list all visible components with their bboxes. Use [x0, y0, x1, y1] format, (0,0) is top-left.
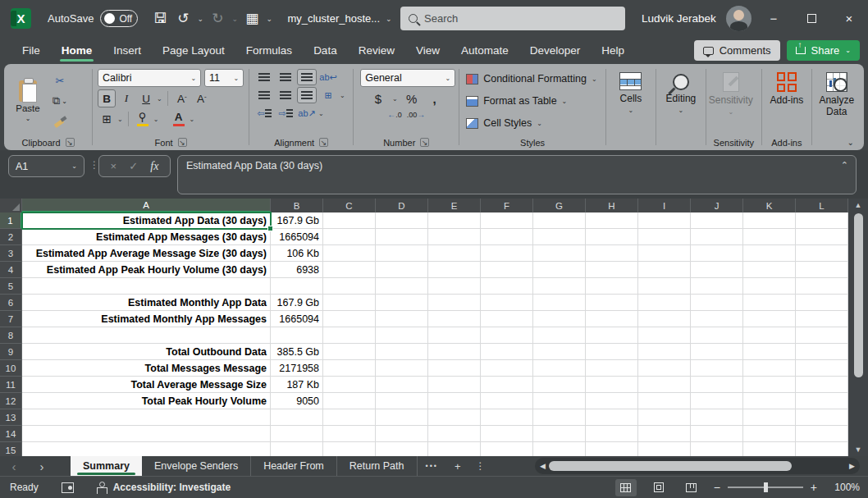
- cell-a1[interactable]: Estimated App Data (30 days): [22, 212, 271, 229]
- row-header-7[interactable]: 7: [0, 311, 22, 327]
- cell-b2[interactable]: 1665094: [271, 229, 323, 245]
- cell-c14[interactable]: [323, 426, 376, 442]
- cell-e1[interactable]: [428, 212, 481, 229]
- cell-c3[interactable]: [323, 245, 376, 262]
- cell-c12[interactable]: [323, 393, 376, 409]
- cell-l6[interactable]: [796, 295, 848, 311]
- next-sheet-icon[interactable]: ›: [28, 459, 56, 473]
- cell-b9[interactable]: 385.5 Gb: [271, 344, 323, 360]
- percent-style-button[interactable]: %: [403, 89, 421, 107]
- cell-i1[interactable]: [638, 212, 691, 229]
- cell-h3[interactable]: [586, 245, 638, 262]
- cell-h11[interactable]: [586, 377, 638, 393]
- undo-dropdown-icon[interactable]: ⌄: [195, 7, 205, 30]
- search-input[interactable]: [424, 12, 588, 25]
- more-sheets-icon[interactable]: •••: [418, 462, 446, 470]
- font-size-select[interactable]: 11⌄: [204, 69, 244, 87]
- zoom-slider[interactable]: [728, 487, 803, 488]
- editing-button[interactable]: Editing ⌄: [658, 67, 704, 114]
- cell-k5[interactable]: [743, 278, 796, 295]
- cell-e12[interactable]: [428, 393, 481, 409]
- cells-button[interactable]: Cells ⌄: [608, 67, 654, 114]
- insert-function-icon[interactable]: fx: [150, 160, 158, 173]
- cell-e11[interactable]: [428, 377, 481, 393]
- name-box[interactable]: A1 ⌄: [8, 155, 85, 177]
- cell-d8[interactable]: [376, 327, 428, 344]
- cell-b4[interactable]: 6938: [271, 262, 323, 278]
- cell-e5[interactable]: [428, 278, 481, 295]
- cell-g10[interactable]: [533, 360, 586, 377]
- fill-color-button[interactable]: ⚲: [134, 110, 152, 128]
- ribbon-tab-help[interactable]: Help: [591, 37, 635, 64]
- cell-c5[interactable]: [323, 278, 376, 295]
- ribbon-tab-formulas[interactable]: Formulas: [235, 37, 303, 64]
- cell-b8[interactable]: [271, 327, 323, 344]
- cell-k6[interactable]: [743, 295, 796, 311]
- ribbon-tab-page-layout[interactable]: Page Layout: [152, 37, 235, 64]
- row-header-4[interactable]: 4: [0, 262, 22, 278]
- cell-k13[interactable]: [743, 409, 796, 426]
- cell-a6[interactable]: Estimated Monthly App Data: [22, 295, 271, 311]
- column-header-j[interactable]: J: [691, 199, 743, 212]
- format-painter-icon[interactable]: [50, 112, 70, 130]
- column-header-g[interactable]: G: [533, 199, 586, 212]
- cell-d10[interactable]: [376, 360, 428, 377]
- cell-l7[interactable]: [796, 311, 848, 327]
- align-right-button[interactable]: [297, 87, 317, 103]
- cell-k8[interactable]: [743, 327, 796, 344]
- cell-h7[interactable]: [586, 311, 638, 327]
- cell-j2[interactable]: [691, 229, 743, 245]
- cell-j12[interactable]: [691, 393, 743, 409]
- cell-a10[interactable]: Total Messages Message: [22, 360, 271, 377]
- column-header-i[interactable]: I: [638, 199, 691, 212]
- cell-a14[interactable]: [22, 426, 271, 442]
- cell-f14[interactable]: [481, 426, 533, 442]
- cell-a12[interactable]: Total Peak Hourly Volume: [22, 393, 271, 409]
- cell-h2[interactable]: [586, 229, 638, 245]
- font-name-select[interactable]: Calibri⌄: [98, 69, 201, 87]
- analyze-data-button[interactable]: Analyze Data: [814, 67, 860, 117]
- cell-d11[interactable]: [376, 377, 428, 393]
- cell-h6[interactable]: [586, 295, 638, 311]
- cell-e8[interactable]: [428, 327, 481, 344]
- zoom-slider-thumb[interactable]: [764, 482, 768, 492]
- cell-c13[interactable]: [323, 409, 376, 426]
- cell-i2[interactable]: [638, 229, 691, 245]
- cell-a7[interactable]: Estimated Monthly App Messages: [22, 311, 271, 327]
- normal-view-button[interactable]: [615, 479, 637, 496]
- cell-d6[interactable]: [376, 295, 428, 311]
- increase-font-size-button[interactable]: Aˆ: [173, 89, 191, 107]
- row-header-2[interactable]: 2: [0, 229, 22, 245]
- cell-g7[interactable]: [533, 311, 586, 327]
- cell-k15[interactable]: [743, 442, 796, 456]
- save-icon[interactable]: 🖫: [149, 7, 171, 30]
- cell-j1[interactable]: [691, 212, 743, 229]
- ribbon-tab-file[interactable]: File: [11, 37, 51, 64]
- number-dialog-launcher-icon[interactable]: ↘: [420, 138, 429, 147]
- share-button[interactable]: Share ⌄: [787, 40, 860, 61]
- cell-k2[interactable]: [743, 229, 796, 245]
- merge-dropdown-icon[interactable]: ⌄: [340, 92, 345, 99]
- zoom-out-icon[interactable]: −: [714, 481, 720, 494]
- cell-l5[interactable]: [796, 278, 848, 295]
- cell-d1[interactable]: [376, 212, 428, 229]
- cell-e7[interactable]: [428, 311, 481, 327]
- cell-i9[interactable]: [638, 344, 691, 360]
- scroll-right-icon[interactable]: ▶: [849, 462, 855, 470]
- cell-j15[interactable]: [691, 442, 743, 456]
- zoom-in-icon[interactable]: +: [811, 481, 817, 494]
- horizontal-scrollbar[interactable]: ◀ ▶: [535, 458, 860, 474]
- tab-options-icon[interactable]: ⋮: [469, 460, 492, 472]
- cell-g9[interactable]: [533, 344, 586, 360]
- row-header-8[interactable]: 8: [0, 327, 22, 344]
- decrease-font-size-button[interactable]: Aˇ: [193, 89, 211, 107]
- cell-j5[interactable]: [691, 278, 743, 295]
- cell-b14[interactable]: [271, 426, 323, 442]
- clipboard-dialog-launcher-icon[interactable]: ↘: [66, 138, 75, 147]
- cell-k7[interactable]: [743, 311, 796, 327]
- cell-a9[interactable]: Total Outbound Data: [22, 344, 271, 360]
- cell-f15[interactable]: [481, 442, 533, 456]
- italic-button[interactable]: I: [117, 89, 135, 107]
- cell-f4[interactable]: [481, 262, 533, 278]
- cell-h8[interactable]: [586, 327, 638, 344]
